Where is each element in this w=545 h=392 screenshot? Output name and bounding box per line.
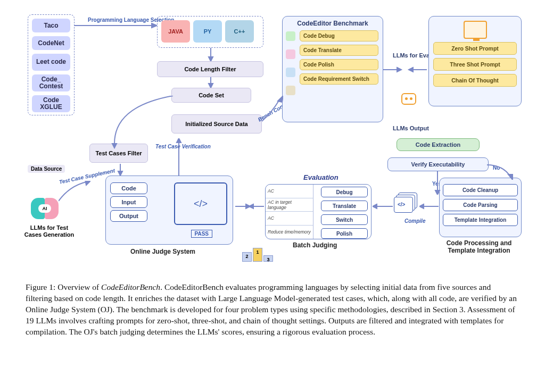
svg-marker-6 bbox=[112, 144, 117, 148]
svg-marker-27 bbox=[85, 181, 90, 185]
svg-marker-13 bbox=[397, 68, 401, 72]
figure-caption: Figure 1: Overview of CodeEditorBench. C… bbox=[26, 282, 519, 338]
svg-marker-22 bbox=[373, 204, 377, 208]
source-taco: Taco bbox=[32, 19, 70, 32]
podium-2: 2 bbox=[242, 252, 252, 262]
proc-parsing: Code Parsing bbox=[443, 199, 518, 211]
bench-debug-icon bbox=[286, 31, 295, 41]
arrow-langs-to-filter bbox=[208, 48, 214, 61]
arrow-tcf-to-oj bbox=[117, 164, 123, 176]
source-leetcode: Leet code bbox=[32, 54, 70, 71]
podium-1: 1 bbox=[253, 248, 262, 262]
source-code-xglue: Code XGLUE bbox=[32, 95, 70, 112]
batch-judging-panel: AC AC in target language AC Reduce time/… bbox=[265, 184, 371, 239]
code-set-box: Code Set bbox=[171, 88, 251, 103]
svg-marker-15 bbox=[409, 68, 413, 72]
svg-marker-18 bbox=[508, 174, 513, 180]
caption-emph: CodeEditorBench bbox=[101, 282, 160, 291]
oj-window-icon: </> bbox=[174, 182, 227, 225]
arrow-ai-to-tcf bbox=[59, 181, 90, 202]
verify-executability-box: Verify Executability bbox=[387, 157, 489, 171]
svg-marker-11 bbox=[278, 96, 283, 102]
lang-cpp-icon: C++ bbox=[225, 20, 254, 43]
lang-java-icon: JAVA bbox=[161, 20, 190, 43]
svg-marker-3 bbox=[209, 57, 213, 61]
online-judge-title: Online Judge System bbox=[130, 248, 195, 255]
arrow-proc-to-stack bbox=[419, 203, 439, 210]
svg-marker-26 bbox=[249, 204, 253, 208]
batch-item-polish: Polish bbox=[321, 228, 368, 239]
bench-item-translate: Code Translate bbox=[300, 45, 378, 56]
prompt-three-shot: Three Shot Prompt bbox=[433, 58, 517, 71]
source-codenet: CodeNet bbox=[32, 36, 70, 50]
batch-criteria-ac: AC bbox=[266, 185, 313, 198]
arrow-verify-to-compile bbox=[434, 171, 441, 195]
robot-icon bbox=[401, 93, 418, 110]
svg-marker-5 bbox=[209, 84, 213, 88]
compiled-code-icon bbox=[394, 193, 418, 214]
batch-item-translate: Translate bbox=[321, 201, 368, 211]
caption-label: Figure 1: Overview of bbox=[26, 282, 101, 291]
bench-polish-icon bbox=[286, 68, 295, 77]
bench-item-switch: Code Requirement Switch bbox=[300, 73, 378, 85]
batch-judging-title: Batch Judging bbox=[293, 241, 337, 249]
batch-criteria-ac-target: AC in target language bbox=[266, 198, 313, 212]
svg-marker-10 bbox=[177, 138, 181, 143]
processing-panel: Code Cleanup Code Parsing Template Integ… bbox=[439, 178, 522, 237]
data-source-label: Data Source bbox=[28, 165, 65, 173]
llm-testcase-gen-label: LLMs for Test Cases Generation bbox=[21, 224, 77, 238]
podium-3: 3 bbox=[263, 255, 273, 262]
source-code-contest: Code_ Contest bbox=[32, 74, 70, 91]
arrow-isd-to-bench bbox=[262, 96, 283, 122]
oj-input-box: Input bbox=[110, 196, 147, 208]
code-length-filter-box: Code Length Filter bbox=[157, 61, 263, 77]
bench-item-polish: Code Polish bbox=[300, 59, 378, 70]
bench-item-debug: Code Debug bbox=[300, 30, 378, 41]
batch-criteria-ac2: AC bbox=[266, 212, 313, 226]
prompt-panel: Zero Shot Prompt Three Shot Prompt Chain… bbox=[428, 16, 522, 106]
arrow-oj-to-isd bbox=[176, 138, 182, 176]
proc-cleanup: Code Cleanup bbox=[443, 184, 518, 196]
initialized-source-data-box: Initialized Source Data bbox=[171, 114, 262, 134]
svg-marker-17 bbox=[435, 190, 440, 195]
prompt-zero-shot: Zero Shot Prompt bbox=[433, 42, 517, 55]
svg-marker-20 bbox=[419, 204, 424, 208]
proc-template: Template Integration bbox=[443, 214, 518, 226]
arrow-stack-to-batch bbox=[373, 203, 393, 210]
bench-translate-icon bbox=[286, 49, 295, 59]
llms-output-label: LLMs Output bbox=[393, 125, 429, 131]
benchmark-panel: CodeEditor Benchmark Code Debug Code Tra… bbox=[282, 16, 383, 122]
code-extraction-box: Code Extraction bbox=[397, 138, 480, 151]
overview-diagram: Taco CodeNet Leet code Code_ Contest Cod… bbox=[32, 16, 522, 271]
monitor-icon bbox=[464, 21, 487, 39]
arrow-sources-to-langs bbox=[75, 22, 157, 29]
arrow-set-to-tcf bbox=[109, 96, 178, 149]
prompt-cot: Chain Of Thought bbox=[433, 74, 517, 87]
podium-icon: 2 1 3 bbox=[242, 243, 274, 262]
arrow-verify-no bbox=[487, 164, 514, 180]
batch-item-debug: Debug bbox=[321, 187, 368, 197]
lang-python-icon: PY bbox=[193, 20, 222, 43]
compile-label: Compile bbox=[404, 218, 425, 224]
evaluation-label: Evaluation bbox=[303, 173, 338, 181]
arrow-filter-to-set bbox=[208, 77, 214, 88]
oj-output-box: Output bbox=[110, 210, 147, 222]
online-judge-panel: Code Input Output </> PASS bbox=[105, 176, 233, 245]
processing-title: Code Processing and Template Integration bbox=[434, 239, 524, 255]
benchmark-title: CodeEditor Benchmark bbox=[287, 20, 378, 27]
arrow-bench-to-prompts bbox=[383, 66, 427, 73]
arrow-oj-to-batch bbox=[235, 203, 264, 210]
bench-switch-icon bbox=[286, 86, 295, 95]
brain-ai-icon: AI bbox=[31, 198, 59, 220]
svg-marker-8 bbox=[118, 171, 122, 176]
brain-ai-text: AI bbox=[38, 204, 51, 213]
svg-marker-1 bbox=[152, 23, 157, 28]
oj-code-box: Code bbox=[110, 182, 147, 194]
oj-pass-badge: PASS bbox=[191, 230, 213, 238]
batch-item-switch: Switch bbox=[321, 214, 368, 225]
batch-criteria-reduce: Reduce time/memory bbox=[266, 226, 313, 239]
